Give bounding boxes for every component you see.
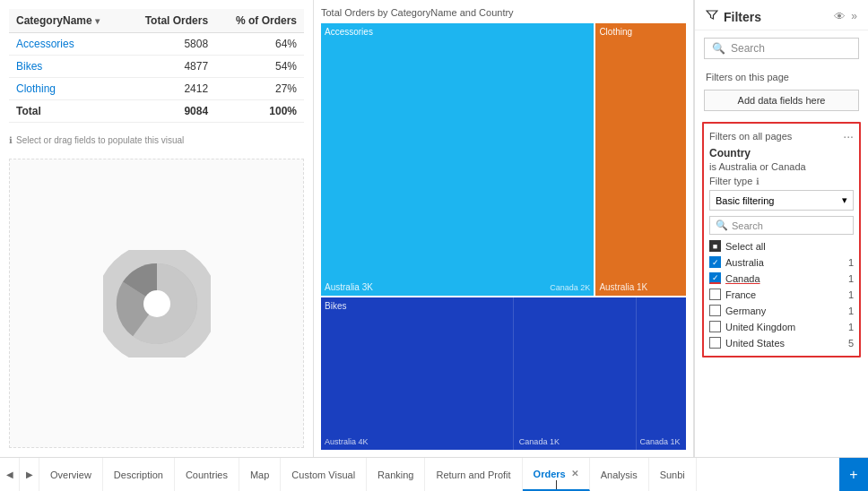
- cell-pct: 27%: [215, 78, 304, 100]
- expand-icon[interactable]: »: [851, 10, 857, 23]
- search-icon: 🔍: [712, 42, 725, 55]
- left-panel: CategoryName ▾ Total Orders % of Orders …: [0, 0, 314, 457]
- australia-label: Australia: [725, 257, 764, 268]
- filter-icon: [706, 9, 718, 24]
- col-header-pct[interactable]: % of Orders: [215, 9, 304, 33]
- add-data-fields-button[interactable]: Add data fields here: [704, 90, 859, 111]
- tab-analysis[interactable]: Analysis: [590, 458, 649, 491]
- more-options-icon[interactable]: ···: [843, 129, 854, 143]
- filter-field-name: Country: [709, 147, 854, 159]
- australia-count: 1: [848, 257, 854, 268]
- filter-item-canada[interactable]: ✓ Canada 1: [709, 271, 854, 286]
- data-table: CategoryName ▾ Total Orders % of Orders …: [9, 9, 304, 123]
- checkbox-uk[interactable]: [709, 321, 721, 332]
- filter-type-dropdown[interactable]: Basic filtering ▾: [709, 190, 854, 211]
- filter-search-box[interactable]: 🔍 Search: [709, 216, 854, 235]
- add-tab-button[interactable]: +: [839, 458, 868, 491]
- cell-pct: 54%: [215, 56, 304, 78]
- tm-clothing-label: Clothing: [599, 27, 632, 37]
- tab-countries[interactable]: Countries: [175, 458, 239, 491]
- france-label: France: [725, 289, 756, 300]
- filters-on-page-label: Filters on this page: [695, 66, 868, 86]
- treemap-bikes[interactable]: Bikes Australia 4K Canada 1K Canada 1K: [321, 297, 686, 450]
- filter-type-info-icon: ℹ: [756, 177, 760, 186]
- filters-search-box[interactable]: 🔍 Search: [704, 38, 859, 59]
- filters-panel: Filters 👁 » 🔍 Search Filters on this pag…: [693, 0, 868, 457]
- us-count: 5: [848, 338, 854, 349]
- tab-description[interactable]: Description: [103, 458, 175, 491]
- germany-count: 1: [848, 306, 854, 316]
- total-orders: 9084: [124, 100, 215, 123]
- col-header-category[interactable]: CategoryName ▾: [9, 9, 124, 33]
- pie-chart: [9, 159, 304, 448]
- info-icon: ℹ: [9, 135, 13, 145]
- filter-item-france[interactable]: France 1: [709, 287, 854, 302]
- filter-item-uk[interactable]: United Kingdom 1: [709, 319, 854, 334]
- canada-label: Canada: [725, 273, 760, 284]
- select-all-label: Select all: [725, 241, 766, 252]
- filters-all-pages-section: Filters on all pages ··· Country is Aust…: [702, 122, 861, 357]
- filters-header: Filters 👁 »: [695, 0, 868, 30]
- filter-item-germany[interactable]: Germany 1: [709, 303, 854, 318]
- filter-field-value: is Australia or Canada: [709, 161, 854, 172]
- chevron-down-icon: ▾: [842, 194, 847, 206]
- tab-sunbi-label: Sunbi: [660, 469, 685, 480]
- tm-ca-1k-label2: Canada 1K: [640, 437, 681, 446]
- tab-countries-label: Countries: [186, 469, 228, 480]
- search-text: Search: [731, 42, 765, 55]
- tab-orders[interactable]: Orders ✕: [523, 458, 590, 491]
- total-pct: 100%: [215, 100, 304, 123]
- tab-map-label: Map: [250, 469, 269, 480]
- filters-title: Filters: [706, 9, 761, 24]
- tab-return-profit[interactable]: Return and Profit: [425, 458, 522, 491]
- table-row: Clothing 2412 27%: [9, 78, 304, 100]
- filters-all-pages-title: Filters on all pages: [709, 131, 792, 142]
- tab-overview[interactable]: Overview: [39, 458, 103, 491]
- eye-slash-icon[interactable]: 👁: [834, 10, 846, 23]
- col-header-total[interactable]: Total Orders: [124, 9, 215, 33]
- table-total-row: Total 9084 100%: [9, 100, 304, 123]
- tab-map[interactable]: Map: [239, 458, 281, 491]
- us-label: United States: [725, 338, 785, 349]
- filter-item-us[interactable]: United States 5: [709, 335, 854, 350]
- table-row: Accessories 5808 64%: [9, 33, 304, 56]
- filter-item-australia[interactable]: ✓ Australia 1: [709, 254, 854, 270]
- tab-analysis-label: Analysis: [601, 469, 638, 480]
- filter-item-select-all[interactable]: ■ Select all: [709, 238, 854, 254]
- tab-ranking[interactable]: Ranking: [367, 458, 425, 491]
- treemap-container[interactable]: Accessories Australia 3K Canada 2K Cloth…: [321, 23, 686, 450]
- filter-type-label: Filter type ℹ: [709, 176, 854, 186]
- chart-title: Total Orders by CategoryName and Country: [321, 7, 686, 18]
- checkbox-canada[interactable]: ✓: [709, 272, 721, 284]
- germany-label: Germany: [725, 306, 766, 316]
- treemap-clothing[interactable]: Clothing Australia 1K: [595, 23, 686, 296]
- tab-ranking-label: Ranking: [378, 469, 413, 480]
- cell-category: Bikes: [9, 56, 124, 78]
- tab-custom-label: Custom Visual: [291, 469, 355, 480]
- cell-total: 2412: [124, 78, 215, 100]
- checkbox-us[interactable]: [709, 337, 721, 349]
- cell-total: 4877: [124, 56, 215, 78]
- uk-count: 1: [848, 322, 854, 332]
- tab-nav-prev[interactable]: ◀: [0, 458, 20, 491]
- tab-custom-visual[interactable]: Custom Visual: [281, 458, 367, 491]
- filter-search-icon: 🔍: [716, 220, 728, 231]
- tab-orders-close[interactable]: ✕: [571, 469, 578, 478]
- tab-orders-label: Orders: [534, 469, 566, 479]
- checkbox-select-all[interactable]: ■: [709, 240, 721, 252]
- checkbox-germany[interactable]: [709, 305, 721, 316]
- cell-category: Clothing: [9, 78, 124, 100]
- total-label: Total: [9, 100, 124, 123]
- cursor-indicator: [556, 480, 557, 489]
- app-container: CategoryName ▾ Total Orders % of Orders …: [0, 0, 868, 491]
- checkbox-france[interactable]: [709, 289, 721, 300]
- tab-nav-next[interactable]: ▶: [20, 458, 39, 491]
- hint-text: ℹ Select or drag fields to populate this…: [9, 135, 304, 145]
- checkbox-australia[interactable]: ✓: [709, 256, 721, 268]
- treemap-accessories[interactable]: Accessories Australia 3K Canada 2K: [321, 23, 594, 296]
- tm-au-1k-label: Australia 1K: [599, 282, 647, 292]
- tab-overview-label: Overview: [50, 469, 91, 480]
- cell-total: 5808: [124, 33, 215, 56]
- tab-sunbi[interactable]: Sunbi: [649, 458, 697, 491]
- content-area: CategoryName ▾ Total Orders % of Orders …: [0, 0, 868, 457]
